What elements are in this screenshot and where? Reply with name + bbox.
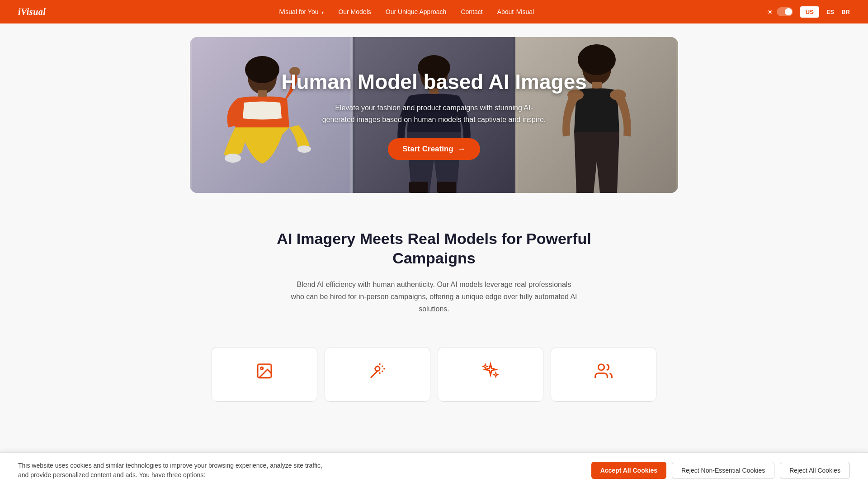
sparkle-icon xyxy=(447,362,534,384)
nav-item-our-models[interactable]: Our Models xyxy=(338,8,371,16)
theme-toggle[interactable]: ☀ xyxy=(767,7,793,16)
nav-item-about[interactable]: About iVisual xyxy=(497,8,534,16)
svg-point-5 xyxy=(225,154,241,163)
features-row xyxy=(190,347,678,402)
hero-container: Human Model based AI Images Elevate your… xyxy=(190,37,678,193)
feature-card-image xyxy=(212,347,317,402)
lang-us-button[interactable]: US xyxy=(800,6,819,18)
arrow-icon: → xyxy=(458,145,466,154)
lang-es-button[interactable]: ES xyxy=(826,9,834,15)
hero-overlay: Human Model based AI Images Elevate your… xyxy=(272,61,596,169)
nav-right: ☀ US ES BR xyxy=(767,6,850,18)
brand-logo: iVisual xyxy=(18,7,46,17)
section-campaigns: AI Imagery Meets Real Models for Powerfu… xyxy=(0,206,868,402)
hero-subtitle: Elevate your fashion and product campaig… xyxy=(321,102,547,125)
feature-card-people xyxy=(551,347,656,402)
toggle-knob xyxy=(785,8,792,15)
feature-card-magic xyxy=(325,347,430,402)
dropdown-arrow-icon: ▾ xyxy=(321,10,324,15)
svg-point-21 xyxy=(261,367,263,369)
campaigns-title: AI Imagery Meets Real Models for Powerfu… xyxy=(276,229,592,267)
nav-item-ivisual-for-you[interactable]: iVisual for You ▾ xyxy=(278,8,324,16)
nav-links: iVisual for You ▾ Our Models Our Unique … xyxy=(278,8,534,16)
lang-br-button[interactable]: BR xyxy=(841,9,850,15)
campaigns-content: AI Imagery Meets Real Models for Powerfu… xyxy=(258,206,610,329)
svg-rect-13 xyxy=(437,182,456,193)
image-icon xyxy=(221,362,308,384)
dark-mode-toggle[interactable] xyxy=(777,7,793,16)
nav-item-contact[interactable]: Contact xyxy=(461,8,482,16)
svg-rect-12 xyxy=(409,182,428,193)
hero-section: Human Model based AI Images Elevate your… xyxy=(0,37,868,193)
sun-icon: ☀ xyxy=(767,8,773,16)
nav-item-unique-approach[interactable]: Our Unique Approach xyxy=(386,8,447,16)
navbar: iVisual iVisual for You ▾ Our Models Our… xyxy=(0,0,868,23)
magic-icon xyxy=(334,362,421,384)
hero-title: Human Model based AI Images xyxy=(281,70,587,94)
people-icon xyxy=(560,362,647,384)
start-creating-button[interactable]: Start Creating → xyxy=(388,138,480,160)
feature-card-sparkle xyxy=(438,347,543,402)
campaigns-description: Blend AI efficiency with human authentic… xyxy=(289,278,579,315)
svg-point-22 xyxy=(598,364,604,370)
